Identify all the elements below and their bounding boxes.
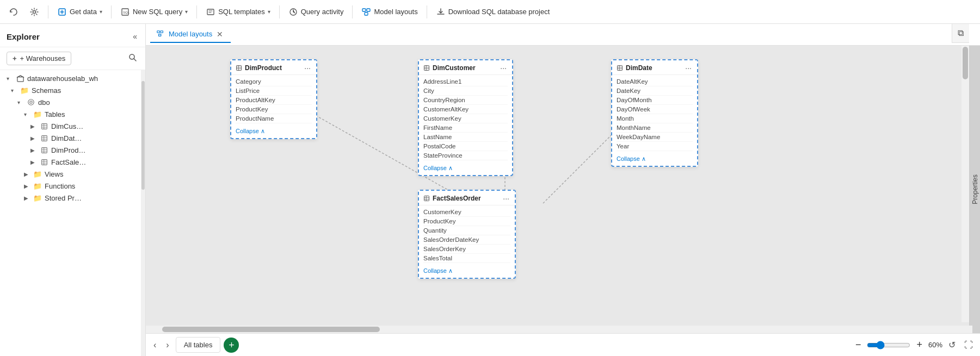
chevron-functions: ▶ <box>24 183 30 189</box>
table-card-header-dimcustomer: DimCustomer ··· <box>419 60 512 75</box>
zoom-minus-button[interactable]: − <box>853 338 864 352</box>
zoom-plus-button[interactable]: + <box>914 338 925 352</box>
field-firstname: FirstName <box>423 123 508 133</box>
dimdate-menu-button[interactable]: ··· <box>684 64 693 72</box>
svg-point-0 <box>33 10 36 13</box>
new-sql-button[interactable]: SQL New SQL query ▾ <box>116 5 192 19</box>
plus-icon: + <box>13 54 17 63</box>
table-card-icon-factsalesorder <box>423 195 430 202</box>
model-layouts-button[interactable]: Model layouts <box>357 5 422 19</box>
dimcustomer-collapse[interactable]: Collapse ∧ <box>419 163 512 175</box>
zoom-controls: − + 60% ↺ ⛶ <box>853 338 976 352</box>
sql-templates-button[interactable]: SQL templates ▾ <box>201 5 275 19</box>
field-productkey-fact: ProductKey <box>423 217 510 226</box>
chevron-tables: ▾ <box>24 111 30 117</box>
canvas[interactable]: DimProduct ··· Category ListPrice Produc… <box>146 46 980 333</box>
functions-label: Functions <box>45 182 75 190</box>
field-quantity: Quantity <box>423 226 510 235</box>
refresh-button[interactable] <box>4 5 23 19</box>
table-card-title-dimproduct: DimProduct <box>236 64 282 72</box>
download-label: Download SQL database project <box>448 8 550 16</box>
all-tables-label: All tables <box>184 341 213 349</box>
query-activity-button[interactable]: Query activity <box>284 5 348 19</box>
svg-point-13 <box>30 101 32 103</box>
folder-icon-storedprocs: 📁 <box>33 193 42 202</box>
canvas-scroll-thumb-v[interactable] <box>963 47 968 79</box>
settings-button[interactable] <box>25 5 44 19</box>
svg-rect-4 <box>207 9 214 15</box>
canvas-scrollbar-horizontal[interactable] <box>146 326 972 333</box>
sidebar-scrollbar-area: ▾ datawarehouselab_wh ▾ 📁 Schemas <box>0 70 145 356</box>
table-icon-dimproduct <box>40 146 48 154</box>
tab-close-button[interactable]: ✕ <box>215 30 224 38</box>
search-button[interactable] <box>127 52 139 65</box>
tree-item-dbo[interactable]: ▾ dbo <box>0 96 141 108</box>
table-card-dimcustomer[interactable]: DimCustomer ··· AddressLine1 City Countr… <box>418 59 513 176</box>
table-card-factsalesorder[interactable]: FactSalesOrder ··· CustomerKey ProductKe… <box>418 190 516 279</box>
zoom-percent: 60% <box>928 341 942 349</box>
canvas-scroll-thumb-h[interactable] <box>162 327 380 332</box>
tree-item-factsalesorder[interactable]: ▶ FactSale… <box>0 156 141 168</box>
tree-item-functions[interactable]: ▶ 📁 Functions <box>0 180 141 192</box>
field-salesorderkey: SalesOrderKey <box>423 245 510 254</box>
field-customerkey-fact: CustomerKey <box>423 208 510 217</box>
tree-item-warehouse[interactable]: ▾ datawarehouselab_wh <box>0 72 141 84</box>
tree-item-views[interactable]: ▶ 📁 Views <box>0 168 141 180</box>
new-sql-icon: SQL <box>120 7 130 17</box>
field-productkey: ProductKey <box>236 105 312 114</box>
table-card-title-dimdate: DimDate <box>617 64 652 72</box>
add-tab-button[interactable]: + <box>224 338 239 353</box>
bottom-bar: ‹ › All tables + − + 60% ↺ <box>146 333 980 356</box>
canvas-scrollbar-vertical[interactable] <box>961 46 969 322</box>
zoom-fit-button[interactable]: ⛶ <box>961 339 976 351</box>
get-data-icon <box>57 7 67 17</box>
tree-item-dimproduct[interactable]: ▶ DimProd… <box>0 144 141 156</box>
factsalesorder-menu-button[interactable]: ··· <box>502 194 510 203</box>
field-category: Category <box>236 77 312 86</box>
zoom-reset-button[interactable]: ↺ <box>946 339 958 351</box>
dimcustomer-menu-button[interactable]: ··· <box>499 64 508 72</box>
sidebar-scroll-thumb[interactable] <box>141 81 145 190</box>
nav-right-button[interactable]: › <box>163 339 172 352</box>
nav-left-button[interactable]: ‹ <box>150 339 159 352</box>
toolbar-separator-3 <box>196 5 197 18</box>
sidebar-collapse-button[interactable]: « <box>131 30 139 42</box>
svg-rect-30 <box>157 30 159 33</box>
tree-item-storedprocs[interactable]: ▶ 📁 Stored Pr… <box>0 192 141 204</box>
download-button[interactable]: Download SQL database project <box>432 5 554 19</box>
dimdate-collapse[interactable]: Collapse ∧ <box>612 153 697 166</box>
tree-item-tables[interactable]: ▾ 📁 Tables <box>0 108 141 120</box>
tab-model-layouts[interactable]: Model layouts ✕ <box>150 27 231 43</box>
tree-item-schemas[interactable]: ▾ 📁 Schemas <box>0 84 141 96</box>
dimproduct-collapse[interactable]: Collapse ∧ <box>231 126 316 138</box>
table-card-icon-dimproduct <box>236 65 242 71</box>
field-city: City <box>423 86 508 96</box>
field-year: Year <box>617 142 693 151</box>
zoom-slider[interactable] <box>867 341 910 349</box>
svg-rect-6 <box>362 9 366 11</box>
sidebar-scrollbar[interactable] <box>141 70 145 356</box>
properties-panel[interactable]: Properties <box>969 46 980 333</box>
download-icon <box>436 7 446 17</box>
tree-item-dimcustomer[interactable]: ▶ DimCus… <box>0 120 141 132</box>
tree-item-dimdate[interactable]: ▶ DimDat… <box>0 132 141 144</box>
field-countryregion: CountryRegion <box>423 96 508 105</box>
sidebar-actions: « <box>131 30 139 42</box>
all-tables-tab[interactable]: All tables <box>176 337 221 353</box>
svg-line-10 <box>134 59 136 61</box>
svg-text:SQL: SQL <box>123 11 130 14</box>
table-card-dimproduct[interactable]: DimProduct ··· Category ListPrice Produc… <box>230 59 317 139</box>
dimcustomer-label: DimCus… <box>51 122 83 130</box>
factsalesorder-collapse[interactable]: Collapse ∧ <box>419 265 515 278</box>
table-card-icon-dimdate <box>617 65 623 71</box>
dimproduct-title: DimProduct <box>245 64 282 72</box>
get-data-button[interactable]: Get data ▾ <box>53 5 107 19</box>
table-icon-factsalesorder <box>40 158 48 166</box>
warehouses-button[interactable]: + + Warehouses <box>7 52 71 65</box>
dimproduct-menu-button[interactable]: ··· <box>303 64 312 72</box>
copy-button[interactable]: ⧉ <box>952 24 969 43</box>
factsalesorder-label: FactSale… <box>51 158 86 166</box>
table-card-dimdate[interactable]: DimDate ··· DateAltKey DateKey DayOfMont… <box>611 59 698 167</box>
new-sql-chevron: ▾ <box>185 9 188 15</box>
field-postalcode: PostalCode <box>423 142 508 151</box>
